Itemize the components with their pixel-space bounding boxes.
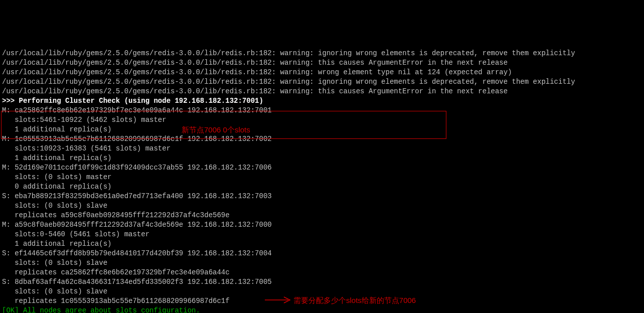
node-line: slots: (0 slots) master <box>2 173 111 181</box>
node-line: 1 additional replica(s) <box>2 154 111 162</box>
ok-message-agree: [OK] All nodes agree about slots configu… <box>2 306 200 313</box>
terminal-output: /usr/local/lib/ruby/gems/2.5.0/gems/redi… <box>2 39 642 313</box>
annotation-need-allocate: 需要分配多少个slots给新的节点7006 <box>293 295 416 305</box>
warning-line: /usr/local/lib/ruby/gems/2.5.0/gems/redi… <box>2 68 512 76</box>
node-line: slots: (0 slots) slave <box>2 202 107 210</box>
warning-line: /usr/local/lib/ruby/gems/2.5.0/gems/redi… <box>2 78 575 86</box>
warning-line: /usr/local/lib/ruby/gems/2.5.0/gems/redi… <box>2 49 575 57</box>
node-line: 1 additional replica(s) <box>2 125 111 133</box>
node-line: slots: (0 slots) slave <box>2 287 107 295</box>
node-line: replicates a59c8f0aeb0928495fff212292d37… <box>2 211 230 219</box>
annotation-new-node: 新节点7006 0个slots <box>182 125 250 134</box>
node-line: 1 additional replica(s) <box>2 240 111 248</box>
node-line: M: 52d169e7011ccdf10f99c1d83f92409dcc37a… <box>2 164 272 172</box>
node-line: M: 1c05553913ab5c55e7b6112688209966987d6… <box>2 135 272 143</box>
warning-line: /usr/local/lib/ruby/gems/2.5.0/gems/redi… <box>2 87 508 95</box>
warning-line: /usr/local/lib/ruby/gems/2.5.0/gems/redi… <box>2 59 508 67</box>
node-line: S: eba7b889213f83259bd3e61a0ed7ed7713efa… <box>2 192 272 200</box>
node-line: slots:5461-10922 (5462 slots) master <box>2 116 167 124</box>
node-line: slots:10923-16383 (5461 slots) master <box>2 144 171 152</box>
section-header-cluster-check: >>> Performing Cluster Check (using node… <box>2 97 263 105</box>
node-line: S: ef14465c6f3dffd8b95b79ed48410177d420b… <box>2 249 272 257</box>
node-line: M: a59c8f0aeb0928495fff212292d37af4c3de5… <box>2 221 272 229</box>
node-line: slots: (0 slots) slave <box>2 259 107 267</box>
node-line: replicates 1c05553913ab5c55e7b6112688209… <box>2 297 230 305</box>
node-line: M: ca25862ffc8e6b62e197329bf7ec3e4e09a6a… <box>2 106 272 114</box>
node-line: 0 additional replica(s) <box>2 183 111 191</box>
node-line: slots:0-5460 (5461 slots) master <box>2 230 149 238</box>
node-line: S: 8dbaf63aff4a62c8a4366317134ed5fd33500… <box>2 278 272 286</box>
node-line: replicates ca25862ffc8e6b62e197329bf7ec3… <box>2 268 230 276</box>
